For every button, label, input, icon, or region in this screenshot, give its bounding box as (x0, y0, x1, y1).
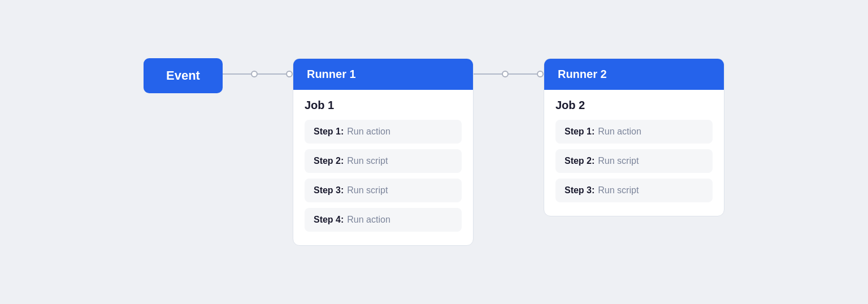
runner1-step-4: Step 4: Run action (305, 208, 462, 232)
runner1-header-label: Runner 1 (307, 68, 356, 80)
runner2-step2-label: Step 2: (565, 156, 594, 166)
connector-dot-1a (251, 71, 258, 77)
connector-dot-1b (286, 71, 293, 77)
runner2-step3-action: Run script (598, 185, 639, 196)
runner2-body: Job 2 Step 1: Run action Step 2: Run scr… (544, 90, 724, 216)
runner1-job-title: Job 1 (305, 99, 462, 112)
runner1-step4-label: Step 4: (314, 215, 344, 225)
event-node-block: Event (144, 58, 223, 93)
runner2-header-label: Runner 2 (558, 68, 607, 80)
runner1-card: Runner 1 Job 1 Step 1: Run action Step 2… (293, 58, 474, 246)
runner2-card: Runner 2 Job 2 Step 1: Run action Step 2… (544, 58, 724, 216)
connector-line-1 (223, 73, 251, 75)
connector-event-runner1 (223, 58, 293, 89)
event-label: Event (166, 68, 200, 82)
runner1-step-2: Step 2: Run script (305, 149, 462, 173)
runner1-step3-label: Step 3: (314, 185, 344, 196)
connector-runner1-runner2 (474, 58, 544, 89)
connector-line-1b (258, 73, 286, 75)
runner2-step1-label: Step 1: (565, 127, 594, 137)
connector-dot-2a (502, 71, 509, 77)
runner2-step-2: Step 2: Run script (555, 149, 713, 173)
runner1-step-1: Step 1: Run action (305, 120, 462, 144)
runner1-step2-action: Run script (347, 156, 388, 166)
runner2-step2-action: Run script (598, 156, 639, 166)
runner2-step3-label: Step 3: (565, 185, 594, 196)
runner1-step1-action: Run action (347, 127, 390, 137)
runner2-job-title: Job 2 (555, 99, 713, 112)
runner1-step4-action: Run action (347, 215, 390, 225)
runner2-step-1: Step 1: Run action (555, 120, 713, 144)
runner1-body: Job 1 Step 1: Run action Step 2: Run scr… (293, 90, 473, 245)
runner2-step-3: Step 3: Run script (555, 179, 713, 202)
runner1-step-3: Step 3: Run script (305, 179, 462, 202)
runner1-step3-action: Run script (347, 185, 388, 196)
event-node: Event (144, 58, 223, 93)
runner2-step1-action: Run action (598, 127, 641, 137)
runner1-step2-label: Step 2: (314, 156, 344, 166)
runner2-header: Runner 2 (544, 59, 724, 90)
connector-dot-2b (537, 71, 544, 77)
connector-line-2b (509, 73, 537, 75)
connector-line-2 (474, 73, 502, 75)
runner1-header: Runner 1 (293, 59, 473, 90)
runner1-node-block: Runner 1 Job 1 Step 1: Run action Step 2… (293, 58, 474, 246)
workflow-diagram: Event Runner 1 Job 1 Step 1: Run action (144, 58, 724, 246)
runner1-step1-label: Step 1: (314, 127, 344, 137)
runner2-node-block: Runner 2 Job 2 Step 1: Run action Step 2… (544, 58, 724, 216)
